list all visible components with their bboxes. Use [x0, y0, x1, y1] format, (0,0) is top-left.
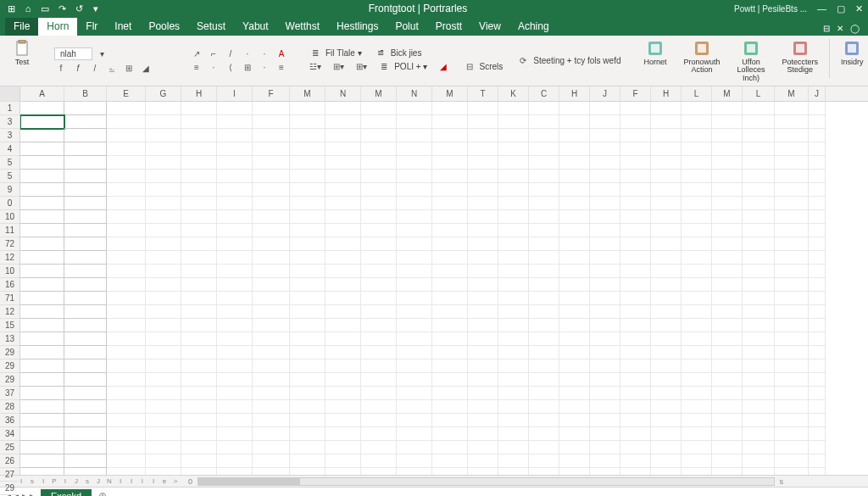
cell[interactable]: [326, 346, 361, 359]
cell[interactable]: [217, 387, 253, 400]
cell[interactable]: [743, 183, 775, 197]
cell[interactable]: [181, 441, 217, 454]
cell[interactable]: [432, 210, 468, 224]
cell[interactable]: [590, 197, 620, 210]
cell[interactable]: [432, 332, 468, 346]
cell[interactable]: [20, 237, 64, 251]
cell[interactable]: [107, 414, 146, 427]
cell[interactable]: [712, 427, 743, 441]
cell[interactable]: [559, 359, 590, 373]
cell[interactable]: [107, 387, 146, 400]
cell[interactable]: [468, 319, 498, 332]
cell[interactable]: [809, 129, 826, 142]
ribbon-tab-pooles[interactable]: Pooles: [140, 18, 188, 36]
cell[interactable]: [326, 332, 361, 346]
cell[interactable]: [498, 414, 529, 427]
cell[interactable]: [651, 183, 682, 197]
cell[interactable]: [217, 373, 253, 387]
cell[interactable]: [712, 468, 743, 475]
cell[interactable]: [432, 387, 468, 400]
cell[interactable]: [620, 319, 651, 332]
cell[interactable]: [432, 427, 468, 441]
font-dropdown-icon[interactable]: ▾: [96, 48, 109, 60]
cell[interactable]: [217, 156, 253, 170]
cell[interactable]: [64, 305, 107, 319]
cell[interactable]: [809, 305, 826, 319]
cell[interactable]: [498, 400, 529, 414]
cell[interactable]: [397, 278, 432, 292]
cell[interactable]: [146, 373, 181, 387]
ribbon-tab-horn[interactable]: Horn: [38, 18, 77, 36]
cell[interactable]: [253, 332, 290, 346]
cell[interactable]: [468, 373, 498, 387]
cell[interactable]: [620, 400, 651, 414]
cell[interactable]: [253, 454, 290, 468]
cell[interactable]: [682, 183, 712, 197]
cell[interactable]: [651, 102, 682, 115]
cell[interactable]: [468, 387, 498, 400]
cell[interactable]: [620, 454, 651, 468]
cell[interactable]: [651, 468, 682, 475]
cell[interactable]: [217, 102, 253, 115]
cell[interactable]: [290, 210, 326, 224]
cell[interactable]: [253, 210, 290, 224]
cell[interactable]: [217, 427, 253, 441]
row-header[interactable]: 37: [0, 387, 19, 400]
cell[interactable]: [64, 237, 107, 251]
cell[interactable]: [590, 210, 620, 224]
cell[interactable]: [432, 359, 468, 373]
cell[interactable]: [397, 115, 432, 129]
hscroll-thumb[interactable]: [198, 478, 300, 485]
cell[interactable]: [559, 346, 590, 359]
cell[interactable]: [217, 468, 253, 475]
cell[interactable]: [651, 319, 682, 332]
sheet-tab[interactable]: Excekd: [41, 489, 92, 497]
cell[interactable]: [590, 265, 620, 278]
cell[interactable]: [651, 129, 682, 142]
cell[interactable]: [809, 102, 826, 115]
cell[interactable]: [397, 441, 432, 454]
row-header[interactable]: 9: [0, 183, 19, 197]
row-header[interactable]: 10: [0, 210, 19, 224]
cell[interactable]: [290, 400, 326, 414]
cell[interactable]: [590, 278, 620, 292]
cell[interactable]: [529, 454, 559, 468]
cell[interactable]: [20, 292, 64, 305]
cell[interactable]: [432, 373, 468, 387]
cell[interactable]: [290, 427, 326, 441]
cell[interactable]: [712, 373, 743, 387]
ribbon-big-1[interactable]: PronowuthAction: [682, 39, 723, 75]
cell[interactable]: [498, 183, 529, 197]
cell[interactable]: [217, 265, 253, 278]
cell[interactable]: [397, 292, 432, 305]
cell[interactable]: [217, 251, 253, 265]
row-header[interactable]: 10: [0, 265, 19, 278]
cell[interactable]: [498, 237, 529, 251]
cell[interactable]: [181, 346, 217, 359]
cell[interactable]: [217, 278, 253, 292]
cell[interactable]: [326, 197, 361, 210]
col-header-M[interactable]: M: [361, 86, 397, 101]
cell[interactable]: [146, 387, 181, 400]
cell[interactable]: [64, 224, 107, 237]
cell[interactable]: [682, 427, 712, 441]
cell[interactable]: [590, 251, 620, 265]
ribbon-tab-inet[interactable]: Inet: [106, 18, 140, 36]
cell[interactable]: [651, 251, 682, 265]
cell[interactable]: [146, 359, 181, 373]
cell[interactable]: [253, 197, 290, 210]
cell[interactable]: [146, 278, 181, 292]
cell[interactable]: [651, 210, 682, 224]
cell[interactable]: [468, 224, 498, 237]
cell[interactable]: [559, 292, 590, 305]
bold-button[interactable]: f: [54, 62, 68, 74]
cell[interactable]: [361, 156, 397, 170]
cell[interactable]: [809, 400, 826, 414]
row-header[interactable]: 0: [0, 197, 19, 210]
cell[interactable]: [559, 387, 590, 400]
align-5-icon[interactable]: ·: [258, 48, 271, 60]
cell[interactable]: [590, 359, 620, 373]
cell[interactable]: [217, 129, 253, 142]
cell[interactable]: [590, 224, 620, 237]
cell[interactable]: [253, 400, 290, 414]
